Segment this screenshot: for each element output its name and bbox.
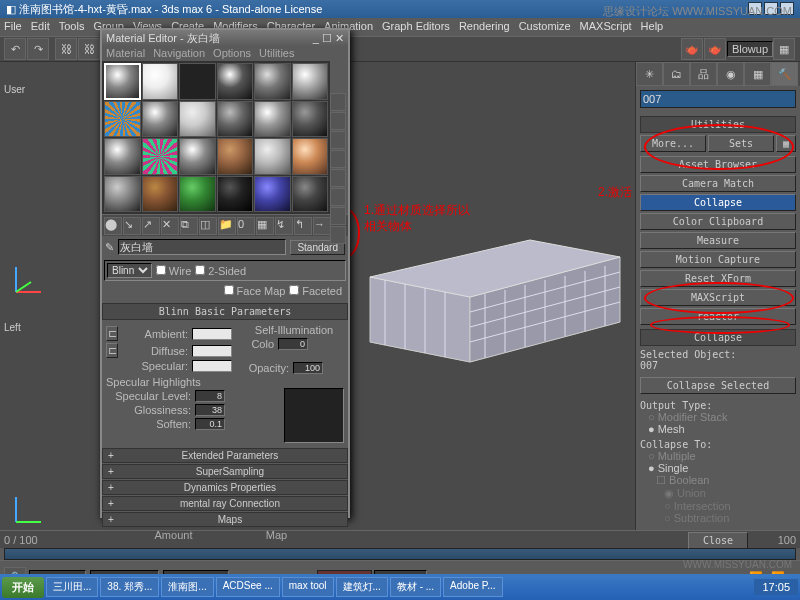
collapse-rollout-head[interactable]: Collapse	[640, 329, 796, 346]
make-preview-icon[interactable]	[330, 188, 346, 206]
material-slot-9[interactable]	[217, 101, 254, 138]
task-item[interactable]: max tool	[282, 577, 334, 597]
put-to-scene-icon[interactable]: ↘	[123, 217, 141, 235]
menu-customize[interactable]: Customize	[519, 20, 571, 34]
matmenu-utilities[interactable]: Utilities	[259, 47, 294, 59]
rollup-supersampling[interactable]: SuperSampling	[102, 464, 348, 479]
tab-hierarchy[interactable]: 品	[690, 62, 717, 86]
windows-taskbar[interactable]: 开始 三川田...38. 郑秀...淮南图...ACDSee ...max to…	[0, 574, 800, 600]
tab-motion[interactable]: ◉	[717, 62, 744, 86]
material-sample-slots[interactable]	[102, 61, 330, 214]
material-slot-12[interactable]	[104, 138, 141, 175]
material-slot-6[interactable]	[104, 101, 141, 138]
tab-display[interactable]: ▦	[744, 62, 771, 86]
material-slot-21[interactable]	[217, 176, 254, 213]
material-slot-19[interactable]	[142, 176, 179, 213]
ambient-lock-icon[interactable]: ⊏	[106, 326, 118, 341]
matmenu-material[interactable]: Material	[106, 47, 145, 59]
close-button[interactable]: Close	[688, 532, 748, 549]
sets-button[interactable]: Sets	[708, 135, 774, 152]
render-scene-button[interactable]: ▦	[773, 38, 795, 60]
menu-grapheditors[interactable]: Graph Editors	[382, 20, 450, 34]
material-toolbar[interactable]: ⬤↘↗✕⧉◫📁0▦↯↰→	[102, 214, 348, 236]
pick-icon[interactable]: ✎	[105, 241, 114, 254]
material-slot-0[interactable]	[104, 63, 141, 100]
config-button[interactable]: ▦	[776, 135, 796, 152]
material-slot-17[interactable]	[292, 138, 329, 175]
sample-type-icon[interactable]	[330, 93, 346, 111]
chk-wire[interactable]: Wire	[156, 265, 191, 277]
start-button[interactable]: 开始	[2, 577, 44, 598]
system-tray[interactable]: 17:05	[754, 579, 798, 595]
options-icon[interactable]	[330, 207, 346, 225]
material-slot-15[interactable]	[217, 138, 254, 175]
task-item[interactable]: 教材 - ...	[390, 577, 441, 597]
util-measure[interactable]: Measure	[640, 232, 796, 249]
material-slot-2[interactable]	[179, 63, 216, 100]
util-reactor[interactable]: reactor	[640, 308, 796, 325]
material-side-toolbar[interactable]	[330, 93, 346, 245]
material-slot-4[interactable]	[254, 63, 291, 100]
material-slot-3[interactable]	[217, 63, 254, 100]
chk-facemap[interactable]: Face Map	[224, 285, 286, 297]
make-copy-icon[interactable]: ⧉	[180, 217, 198, 235]
backlight-icon[interactable]	[330, 112, 346, 130]
nav-forward-icon[interactable]: →	[313, 217, 331, 235]
material-slot-13[interactable]	[142, 138, 179, 175]
tab-utilities[interactable]: 🔨	[771, 62, 798, 86]
link-button[interactable]: ⛓	[55, 38, 77, 60]
spec-level-spinner[interactable]: 8	[195, 390, 225, 402]
put-to-lib-icon[interactable]: 📁	[218, 217, 236, 235]
glossiness-spinner[interactable]: 38	[195, 404, 225, 416]
soften-spinner[interactable]: 0.1	[195, 418, 225, 430]
material-slot-22[interactable]	[254, 176, 291, 213]
menu-file[interactable]: File	[4, 20, 22, 34]
show-map-icon[interactable]: ▦	[256, 217, 274, 235]
material-slot-11[interactable]	[292, 101, 329, 138]
make-unique-icon[interactable]: ◫	[199, 217, 217, 235]
material-slot-8[interactable]	[179, 101, 216, 138]
util-color-clipboard[interactable]: Color Clipboard	[640, 213, 796, 230]
material-slot-14[interactable]	[179, 138, 216, 175]
task-item[interactable]: ACDSee ...	[216, 577, 280, 597]
show-end-icon[interactable]: ↯	[275, 217, 293, 235]
rollup-maps[interactable]: Maps	[102, 512, 348, 527]
menu-help[interactable]: Help	[641, 20, 664, 34]
material-slot-7[interactable]	[142, 101, 179, 138]
material-slot-5[interactable]	[292, 63, 329, 100]
task-item[interactable]: 淮南图...	[161, 577, 213, 597]
material-slot-16[interactable]	[254, 138, 291, 175]
material-slot-1[interactable]	[142, 63, 179, 100]
undo-button[interactable]: ↶	[4, 38, 26, 60]
chk-faceted[interactable]: Faceted	[289, 285, 342, 297]
matmenu-navigation[interactable]: Navigation	[153, 47, 205, 59]
material-name-field[interactable]	[118, 239, 286, 255]
material-editor-menubar[interactable]: MaterialNavigationOptionsUtilities	[102, 46, 348, 61]
tab-create[interactable]: ✳	[636, 62, 663, 86]
redo-button[interactable]: ↷	[27, 38, 49, 60]
self-illum-spinner[interactable]: 0	[278, 338, 308, 350]
quick-render-button[interactable]: 🫖	[704, 38, 726, 60]
opacity-spinner[interactable]: 100	[293, 362, 323, 374]
video-check-icon[interactable]	[330, 169, 346, 187]
util-collapse[interactable]: Collapse	[640, 194, 796, 211]
menu-maxscript[interactable]: MAXScript	[580, 20, 632, 34]
diffuse-lock-icon[interactable]: ⊏	[106, 343, 118, 358]
diffuse-swatch[interactable]	[192, 345, 232, 357]
util-asset-browser[interactable]: Asset Browser	[640, 156, 796, 173]
shader-dropdown[interactable]: Blinn	[107, 263, 152, 278]
util-motion-capture[interactable]: Motion Capture	[640, 251, 796, 268]
chk-2sided[interactable]: 2-Sided	[195, 265, 246, 277]
rollup-extended-parameters[interactable]: Extended Parameters	[102, 448, 348, 463]
rollup-mental-ray-connection[interactable]: mental ray Connection	[102, 496, 348, 511]
mat-effects-icon[interactable]: 0	[237, 217, 255, 235]
util-maxscript[interactable]: MAXScript	[640, 289, 796, 306]
menu-tools[interactable]: Tools	[59, 20, 85, 34]
radio-modifier-stack[interactable]: ○ Modifier Stack	[648, 411, 727, 423]
command-panel-tabs[interactable]: ✳ 🗂 品 ◉ ▦ 🔨	[636, 62, 800, 86]
rollup-dynamics-properties[interactable]: Dynamics Properties	[102, 480, 348, 495]
background-icon[interactable]	[330, 131, 346, 149]
radio-single[interactable]: ● Single	[648, 462, 688, 474]
task-item[interactable]: 38. 郑秀...	[100, 577, 159, 597]
radio-mesh[interactable]: ● Mesh	[648, 423, 685, 435]
